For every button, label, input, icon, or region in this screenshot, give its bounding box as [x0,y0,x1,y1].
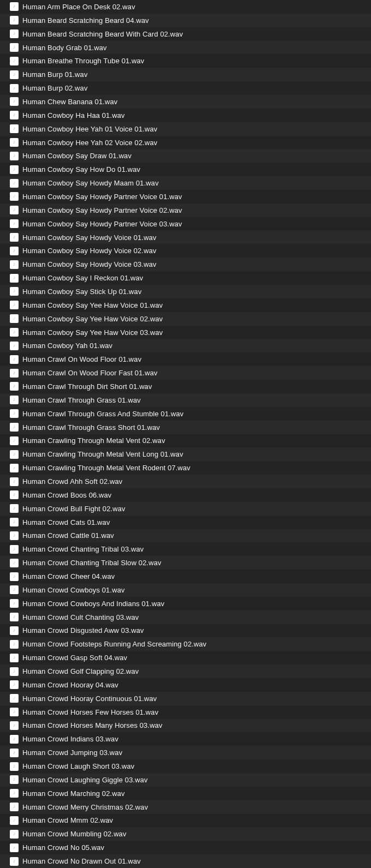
file-row[interactable]: Human Cowboy Say Stick Up 01.wav [0,285,371,298]
file-row[interactable]: Human Burp 02.wav [0,81,371,95]
file-name: Human Crowd Merry Christmas 02.wav [22,803,148,811]
file-row[interactable]: Human Crowd Merry Christmas 02.wav [0,800,371,814]
file-row[interactable]: Human Cowboy Ha Haa 01.wav [0,109,371,122]
file-row[interactable]: Human Chew Banana 01.wav [0,95,371,109]
audio-file-icon [10,369,19,378]
file-row[interactable]: Human Crowd Cowboys 01.wav [0,583,371,597]
file-row[interactable]: Human Crowd Indians 03.wav [0,732,371,746]
file-row[interactable]: Human Cowboy Say Howdy Maam 01.wav [0,176,371,190]
file-row[interactable]: Human Crowd Mmm 02.wav [0,814,371,828]
file-name: Human Crowd Jumping 03.wav [22,749,122,757]
file-row[interactable]: Human Crowd Gasp Soft 04.wav [0,651,371,665]
file-row[interactable]: Human Crawl Through Grass 01.wav [0,393,371,407]
audio-file-icon [10,233,19,242]
file-row[interactable]: Human Crowd Cheer 04.wav [0,570,371,583]
audio-file-icon [10,396,19,404]
file-row[interactable]: Human Cowboy Say How Do 01.wav [0,163,371,176]
file-name: Human Crowd Laughing Giggle 03.wav [22,776,148,784]
file-row[interactable]: Human Arm Place On Desk 02.wav [0,0,371,14]
file-name: Human Crowd Cowboys And Indians 01.wav [22,600,164,608]
audio-file-icon [10,57,19,65]
file-row[interactable]: Human Cowboy Say Howdy Voice 01.wav [0,231,371,244]
file-name: Human Cowboy Say Howdy Partner Voice 03.… [22,220,182,228]
file-row[interactable]: Human Crowd Chanting Tribal 03.wav [0,542,371,556]
file-name: Human Crowd Footsteps Running And Scream… [22,640,206,648]
file-row[interactable]: Human Crawl On Wood Floor 01.wav [0,352,371,366]
file-row[interactable]: Human Crowd Cult Chanting 03.wav [0,610,371,624]
file-name: Human Crowd Bull Fight 02.wav [22,505,125,513]
file-row[interactable]: Human Cowboy Say Yee Haw Voice 01.wav [0,298,371,312]
file-row[interactable]: Human Crowd Golf Clapping 02.wav [0,665,371,678]
file-row[interactable]: Human Cowboy Say Howdy Partner Voice 02.… [0,203,371,217]
file-row[interactable]: Human Crowd No Drawn Out 01.wav [0,854,371,868]
file-name: Human Cowboy Say How Do 01.wav [22,165,140,173]
file-row[interactable]: Human Cowboy Hee Yah 02 Voice 02.wav [0,136,371,149]
audio-file-icon [10,314,19,323]
file-row[interactable]: Human Crowd Hooray 04.wav [0,678,371,692]
file-row[interactable]: Human Crowd Horses Few Horses 01.wav [0,705,371,719]
audio-file-icon [10,409,19,418]
file-name: Human Crowd Horses Few Horses 01.wav [22,708,158,716]
audio-file-icon [10,328,19,337]
audio-file-icon [10,464,19,472]
audio-file-icon [10,803,19,811]
audio-file-icon [10,708,19,716]
audio-file-icon [10,16,19,25]
file-row[interactable]: Human Crowd Laugh Short 03.wav [0,759,371,773]
file-row[interactable]: Human Beard Scratching Beard With Card 0… [0,27,371,41]
file-row[interactable]: Human Crowd Cats 01.wav [0,516,371,529]
file-row[interactable]: Human Crawl Through Grass Short 01.wav [0,421,371,434]
file-row[interactable]: Human Crowd Bull Fight 02.wav [0,502,371,516]
file-row[interactable]: Human Crowd Marching 02.wav [0,787,371,800]
file-name: Human Cowboy Say Howdy Voice 01.wav [22,234,157,242]
audio-file-icon [10,436,19,445]
file-row[interactable]: Human Crowd No 05.wav [0,841,371,854]
file-name: Human Cowboy Hee Yah 02 Voice 02.wav [22,139,157,147]
file-row[interactable]: Human Crowd Horses Many Horses 03.wav [0,719,371,733]
file-name: Human Crowd Mumbling 02.wav [22,830,127,838]
file-row[interactable]: Human Burp 01.wav [0,68,371,81]
audio-file-icon [10,762,19,771]
file-row[interactable]: Human Crawl On Wood Floor Fast 01.wav [0,366,371,380]
file-row[interactable]: Human Cowboy Say Howdy Partner Voice 01.… [0,190,371,203]
file-row[interactable]: Human Crawling Through Metal Vent 02.wav [0,434,371,448]
file-row[interactable]: Human Body Grab 01.wav [0,41,371,55]
audio-file-icon [10,260,19,269]
file-row[interactable]: Human Cowboy Say Yee Haw Voice 02.wav [0,312,371,326]
file-row[interactable]: Human Crowd Jumping 03.wav [0,746,371,759]
audio-file-icon [10,342,19,350]
file-row[interactable]: Human Crowd Chanting Tribal Slow 02.wav [0,556,371,570]
file-name: Human Crawl Through Dirt Short 01.wav [22,382,152,391]
audio-file-icon [10,816,19,825]
file-row[interactable]: Human Cowboy Say Howdy Partner Voice 03.… [0,217,371,231]
file-row[interactable]: Human Crowd Cowboys And Indians 01.wav [0,597,371,610]
file-row[interactable]: Human Crawling Through Metal Vent Long 0… [0,447,371,461]
file-row[interactable]: Human Crawling Through Metal Vent Rodent… [0,461,371,475]
audio-file-icon [10,843,19,852]
file-row[interactable]: Human Cowboy Yah 01.wav [0,339,371,352]
file-row[interactable]: Human Cowboy Say Draw 01.wav [0,149,371,163]
file-row[interactable]: Human Crowd Cattle 01.wav [0,529,371,543]
file-row[interactable]: Human Beard Scratching Beard 04.wav [0,14,371,27]
file-row[interactable]: Human Crowd Mumbling 02.wav [0,827,371,841]
audio-file-icon [10,138,19,147]
audio-file-icon [10,830,19,839]
file-row[interactable]: Human Crawl Through Dirt Short 01.wav [0,380,371,393]
audio-file-icon [10,680,19,689]
file-row[interactable]: Human Cowboy Hee Yah 01 Voice 01.wav [0,122,371,136]
file-name: Human Crawling Through Metal Vent Rodent… [22,464,190,472]
file-row[interactable]: Human Cowboy Say I Reckon 01.wav [0,271,371,285]
file-row[interactable]: Human Crowd Disgusted Aww 03.wav [0,624,371,638]
file-row[interactable]: Human Crowd Laughing Giggle 03.wav [0,773,371,787]
file-row[interactable]: Human Crowd Boos 06.wav [0,488,371,502]
audio-file-icon [10,287,19,296]
file-row[interactable]: Human Cowboy Say Howdy Voice 02.wav [0,244,371,258]
file-name: Human Cowboy Say Howdy Maam 01.wav [22,179,159,187]
file-row[interactable]: Human Cowboy Say Howdy Voice 03.wav [0,258,371,271]
file-row[interactable]: Human Breathe Through Tube 01.wav [0,54,371,68]
file-row[interactable]: Human Crawl Through Grass And Stumble 01… [0,407,371,421]
file-row[interactable]: Human Crowd Footsteps Running And Scream… [0,637,371,651]
file-row[interactable]: Human Cowboy Say Yee Haw Voice 03.wav [0,326,371,339]
file-row[interactable]: Human Crowd Ahh Soft 02.wav [0,475,371,488]
file-row[interactable]: Human Crowd Hooray Continuous 01.wav [0,692,371,705]
